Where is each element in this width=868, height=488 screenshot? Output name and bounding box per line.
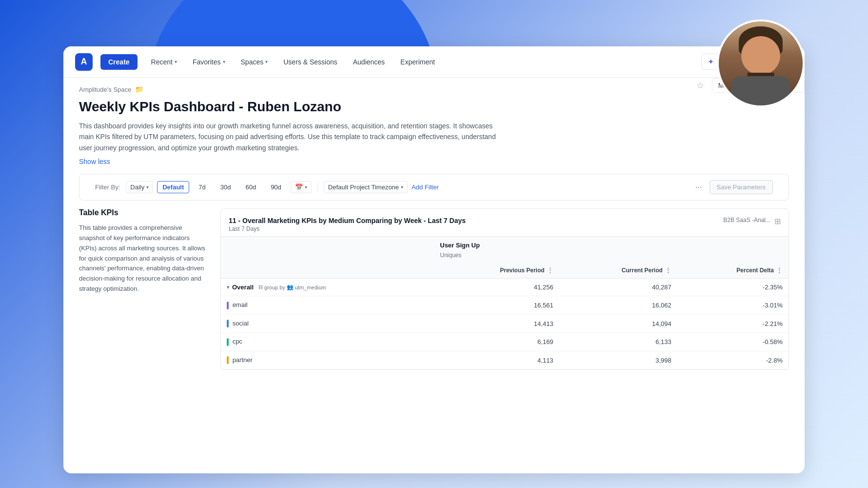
row-current-overall: 40,287	[559, 279, 677, 296]
nav-item-users-sessions[interactable]: Users & Sessions	[277, 54, 343, 70]
chevron-icon: ▾	[227, 285, 229, 290]
filter-divider	[317, 183, 318, 192]
table-icon[interactable]: ⊞	[774, 217, 781, 226]
row-current-cpc: 6,133	[559, 333, 677, 351]
col-dots-current[interactable]: ⋮	[665, 266, 671, 274]
filter-more-button[interactable]: ···	[692, 181, 706, 194]
table-row: ▾ Overall ⊟ group by 👥 utm_medium 41,	[221, 279, 789, 296]
default-chip[interactable]: Default	[157, 181, 189, 193]
ellipsis-icon: ···	[695, 183, 702, 192]
chevron-down-icon: ▾	[146, 184, 149, 190]
nav-item-experiment[interactable]: Experiment	[395, 54, 441, 70]
row-current-social: 14,094	[559, 314, 677, 333]
row-current-partner: 3,998	[559, 351, 677, 369]
row-previous-email: 16,561	[434, 296, 559, 315]
strip-indicator	[227, 356, 229, 364]
breadcrumb: Amplitude's Space 📁	[79, 85, 789, 93]
col-header-delta: Percent Delta ⋮	[677, 263, 789, 279]
left-panel-description: This table provides a comprehensive snap…	[79, 223, 209, 294]
row-previous-overall: 41,256	[434, 279, 559, 296]
table-row: email 16,561 16,062 -3.01%	[221, 296, 789, 315]
content-area: Table KPIs This table provides a compreh…	[79, 208, 789, 370]
row-previous-partner: 4,113	[434, 351, 559, 369]
page-header: ☆ More ▾ 🔔 Subscribe Amplitude's Space 📁…	[63, 78, 805, 166]
row-delta-social: -2.21%	[677, 314, 789, 333]
nav-item-spaces[interactable]: Spaces ▾	[235, 54, 274, 70]
nav-item-audiences[interactable]: Audiences	[347, 54, 391, 70]
col-header-previous: Previous Period ⋮	[434, 263, 559, 279]
sparkle-icon: ✦	[708, 57, 714, 66]
create-button[interactable]: Create	[100, 54, 138, 70]
nav-item-recent[interactable]: Recent ▾	[145, 54, 183, 70]
save-parameters-button[interactable]: Save Parameters	[710, 180, 773, 194]
row-label-social: social	[221, 314, 434, 333]
add-filter-link[interactable]: Add Filter	[412, 183, 439, 191]
logo-letter: A	[81, 57, 87, 67]
table-row: cpc 6,169 6,133 -0.58%	[221, 333, 789, 351]
60d-chip[interactable]: 60d	[240, 181, 261, 193]
chevron-down-icon: ▾	[175, 59, 177, 64]
top-nav: A Create Recent ▾ Favorites ▾ Spaces ▾ U…	[63, 46, 805, 78]
7d-chip[interactable]: 7d	[193, 181, 211, 193]
star-button[interactable]: ☆	[692, 78, 708, 93]
row-previous-cpc: 6,169	[434, 333, 559, 351]
show-less-link[interactable]: Show less	[79, 158, 110, 165]
data-panel-subtitle: Last 7 Days	[229, 225, 466, 232]
chevron-down-icon: ▾	[265, 59, 268, 64]
row-label-overall: ▾ Overall ⊟ group by 👥 utm_medium	[221, 279, 434, 296]
left-panel: Table KPIs This table provides a compreh…	[79, 208, 220, 370]
col-group-header	[221, 237, 434, 251]
page-title: Weekly KPIs Dashboard - Ruben Lozano	[79, 99, 789, 115]
row-label-email: email	[221, 296, 434, 315]
chevron-down-icon: ▾	[223, 59, 225, 64]
col-dots-previous[interactable]: ⋮	[547, 266, 553, 274]
strip-indicator	[227, 320, 229, 327]
kpi-table: User Sign Up Uniques Previous Period ⋮	[221, 237, 789, 369]
chevron-down-icon: ▾	[401, 184, 403, 190]
data-panel: 11 - Overall Marketing KPIs by Medium Co…	[220, 208, 789, 370]
30d-chip[interactable]: 30d	[215, 181, 237, 193]
filter-icon: ⊟	[258, 284, 263, 290]
user-signup-group: User Sign Up	[434, 237, 789, 251]
row-delta-email: -3.01%	[677, 296, 789, 315]
nav-item-favorites[interactable]: Favorites ▾	[187, 54, 231, 70]
star-icon: ☆	[696, 80, 704, 91]
breadcrumb-text: Amplitude's Space	[79, 86, 131, 93]
calendar-icon: 📅	[295, 183, 303, 191]
row-previous-social: 14,413	[434, 314, 559, 333]
row-delta-overall: -2.35%	[677, 279, 789, 296]
daily-select[interactable]: Daily ▾	[126, 181, 153, 193]
avatar	[717, 20, 805, 107]
strip-indicator	[227, 302, 229, 309]
left-panel-title: Table KPIs	[79, 208, 209, 217]
table-row: partner 4,113 3,998 -2.8%	[221, 351, 789, 369]
data-panel-tag: B2B SaaS -Anal...	[723, 217, 770, 224]
filter-bar: Filter By: Daily ▾ Default 7d 30d 60d 90…	[79, 174, 789, 201]
calendar-picker[interactable]: 📅 ▾	[291, 181, 312, 193]
col-header-label	[221, 263, 434, 279]
data-panel-header: 11 - Overall Marketing KPIs by Medium Co…	[221, 209, 789, 237]
users-icon: 👥	[287, 284, 294, 290]
row-label-partner: partner	[221, 351, 434, 369]
col-header-current: Current Period ⋮	[559, 263, 677, 279]
90d-chip[interactable]: 90d	[265, 181, 287, 193]
uniques-subgroup: Uniques	[434, 251, 789, 263]
table-row: social 14,413 14,094 -2.21%	[221, 314, 789, 333]
strip-indicator	[227, 338, 229, 346]
row-label-cpc: cpc	[221, 333, 434, 351]
folder-icon: 📁	[135, 85, 143, 93]
timezone-select[interactable]: Default Project Timezone ▾	[324, 181, 408, 193]
col-dots-delta[interactable]: ⋮	[776, 266, 783, 274]
row-delta-partner: -2.8%	[677, 351, 789, 369]
logo-button[interactable]: A	[75, 53, 93, 71]
chevron-down-icon: ▾	[305, 184, 307, 190]
main-card: A Create Recent ▾ Favorites ▾ Spaces ▾ U…	[63, 46, 805, 473]
row-current-email: 16,062	[559, 296, 677, 315]
data-panel-title: 11 - Overall Marketing KPIs by Medium Co…	[229, 217, 466, 224]
page-description: This dashboard provides key insights int…	[79, 121, 498, 153]
filter-by-label: Filter By:	[95, 183, 120, 191]
row-delta-cpc: -0.58%	[677, 333, 789, 351]
col-subgroup-empty	[221, 251, 434, 263]
